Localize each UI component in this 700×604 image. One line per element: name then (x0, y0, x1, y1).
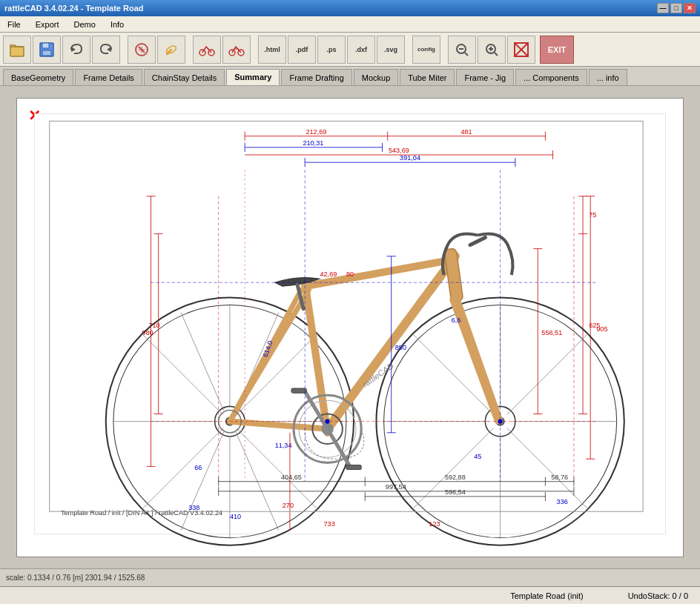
svg-text:6,6: 6,6 (452, 316, 461, 323)
undo-stack: UndoStack: 0 / 0 (628, 591, 688, 600)
svg-text:997,54: 997,54 (386, 482, 406, 490)
titlebar: rattleCAD 3.4.02.24 - Template Road — □ … (0, 0, 700, 16)
svg-marker-4 (71, 47, 76, 52)
svg-line-22 (495, 53, 498, 56)
zoom-reset-button[interactable] (507, 36, 535, 64)
svg-text:336: 336 (557, 498, 568, 505)
svg-line-18 (465, 53, 468, 56)
svg-text:45: 45 (474, 453, 481, 460)
project-name: Template Road (init) (510, 591, 583, 600)
svg-text:905: 905 (596, 325, 607, 333)
config-button[interactable]: config (412, 36, 440, 64)
minimize-button[interactable]: — (657, 3, 669, 13)
html-export-button[interactable]: .html (258, 36, 286, 64)
tab-basegeometry[interactable]: BaseGeometry (3, 69, 73, 85)
svg-text:543,69: 543,69 (389, 146, 409, 153)
svg-rect-110 (291, 388, 306, 393)
svg-export-button[interactable]: .svg (377, 36, 405, 64)
titlebar-buttons: — □ ✕ (657, 3, 696, 13)
svg-text:391,04: 391,04 (400, 154, 420, 162)
wrench-button[interactable] (157, 36, 185, 64)
svg-text:270: 270 (283, 502, 294, 509)
open-folder-button[interactable] (3, 36, 31, 64)
tab-framedrafting[interactable]: Frame Drafting (281, 69, 351, 85)
ps-export-button[interactable]: .ps (317, 36, 346, 64)
pdf-export-button[interactable]: .pdf (288, 36, 316, 64)
exit-button[interactable]: EXIT (540, 36, 574, 64)
svg-rect-3 (42, 50, 51, 56)
tab-chainstaydeatils[interactable]: ChainStay Details (144, 69, 225, 85)
svg-rect-109 (346, 465, 361, 469)
title-text: rattleCAD 3.4.02.24 - Template Road (4, 4, 143, 13)
statusbar: scale: 0.1334 / 0.76 [m] 2301.94 / 1525.… (0, 568, 700, 586)
svg-rect-2 (42, 43, 49, 48)
svg-point-161 (498, 419, 503, 423)
svg-text:75: 75 (589, 211, 596, 219)
svg-marker-5 (107, 47, 111, 52)
maximize-button[interactable]: □ (670, 3, 682, 13)
zoom-in-button[interactable] (478, 36, 506, 64)
tab-info[interactable]: ... info (589, 69, 627, 85)
svg-text:66: 66 (194, 464, 202, 471)
svg-text:212,69: 212,69 (306, 127, 326, 135)
bike-red-button[interactable] (193, 36, 221, 64)
svg-text:596,54: 596,54 (445, 488, 466, 495)
tab-framejig[interactable]: Frame - Jig (456, 69, 514, 85)
svg-text:80: 80 (346, 271, 354, 278)
svg-rect-26 (34, 113, 665, 534)
svg-text:410: 410 (230, 513, 241, 520)
tab-summary[interactable]: Summary (226, 69, 280, 85)
menubar: File Export Demo Info (0, 16, 700, 33)
menu-export[interactable]: Export (31, 19, 64, 30)
bike-alt-button[interactable] (222, 36, 251, 64)
svg-text:592,88: 592,88 (445, 473, 466, 480)
svg-text:Template Road  /  init  /  [DI: Template Road / init / [DIN A4 ] / rattl… (61, 509, 222, 517)
close-button[interactable]: ✕ (684, 3, 696, 13)
svg-text:42,69: 42,69 (320, 271, 337, 278)
main-content: ✕ 212,69 481 210,31 (0, 86, 700, 568)
redo-button[interactable] (92, 36, 120, 64)
svg-text:123: 123 (429, 520, 440, 528)
bike-diagram: 212,69 481 210,31 543,69 391,04 (17, 99, 683, 557)
menu-info[interactable]: Info (106, 19, 128, 30)
menu-demo[interactable]: Demo (70, 19, 100, 30)
menu-file[interactable]: File (3, 19, 25, 30)
svg-text:58,76: 58,76 (551, 473, 568, 480)
svg-text:556,51: 556,51 (541, 329, 562, 336)
svg-text:850: 850 (395, 344, 406, 351)
svg-text:210,31: 210,31 (303, 139, 323, 146)
tab-components[interactable]: ... Components (515, 69, 587, 85)
svg-text:481: 481 (460, 127, 472, 135)
tab-mockup[interactable]: Mockup (354, 69, 399, 85)
undo-button[interactable] (62, 36, 90, 64)
svg-rect-0 (10, 47, 24, 56)
edit-button[interactable] (128, 36, 156, 64)
svg-point-160 (326, 419, 330, 423)
drawing-canvas[interactable]: ✕ 212,69 481 210,31 (16, 98, 684, 557)
toolbar: .html .pdf .ps .dxf .svg config EXIT (0, 33, 700, 67)
zoom-out-button[interactable] (448, 36, 476, 64)
svg-text:733: 733 (324, 520, 335, 528)
tab-framedetails[interactable]: Frame Details (75, 69, 142, 85)
status-text: scale: 0.1334 / 0.76 [m] 2301.94 / 1525.… (6, 574, 145, 582)
save-button[interactable] (33, 36, 61, 64)
tab-tubemiter[interactable]: Tube Miter (400, 69, 455, 85)
bottombar: Template Road (init) UndoStack: 0 / 0 (0, 586, 700, 604)
dxf-export-button[interactable]: .dxf (347, 36, 375, 64)
svg-text:11,34: 11,34 (275, 442, 292, 449)
svg-text:404,65: 404,65 (281, 473, 302, 480)
tabbar: BaseGeometry Frame Details ChainStay Det… (0, 67, 700, 86)
